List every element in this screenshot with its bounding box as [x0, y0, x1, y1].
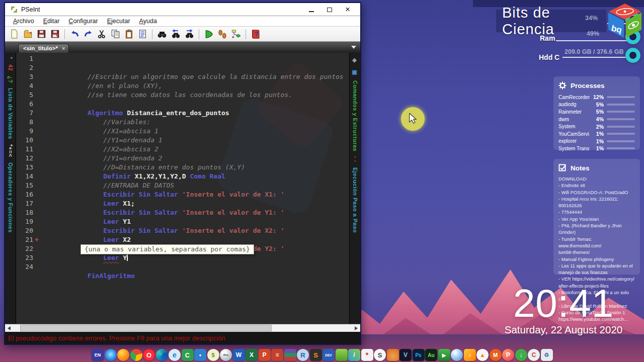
horizontal-scrollbar[interactable]	[5, 324, 360, 332]
winrar[interactable]	[284, 349, 296, 361]
copy-icon[interactable]	[109, 28, 121, 40]
code-line[interactable]: 23 FinAlgoritmo	[16, 253, 349, 262]
redo-icon[interactable]	[82, 28, 94, 40]
premiere-v[interactable]: V	[399, 349, 412, 361]
google-earth[interactable]: Pro	[220, 349, 232, 361]
code-line[interactable]: 1 //Escribir un algoritmo que calcule la…	[16, 54, 349, 63]
save-all-icon[interactable]	[49, 28, 61, 40]
code-line[interactable]: 24	[16, 262, 349, 272]
script-s-app[interactable]: S	[374, 349, 386, 361]
scroll-left-icon[interactable]	[5, 324, 13, 332]
vlc[interactable]: ▲	[476, 349, 489, 361]
design-tool[interactable]: /	[348, 349, 360, 361]
right-rail-tab[interactable]: · ·	[352, 156, 358, 162]
undo-icon[interactable]	[68, 28, 80, 40]
tab-list-dropdown-icon[interactable]	[351, 46, 356, 49]
code-editor[interactable]: 1 //Escribir un algoritmo que calcule la…	[16, 53, 349, 324]
code-line[interactable]: 20 Escribir Sin Saltar 'Inserte el valor…	[16, 226, 349, 235]
run-step-icon[interactable]	[216, 28, 228, 40]
find-icon[interactable]	[156, 28, 168, 40]
camera-app[interactable]: ●	[194, 349, 206, 361]
error-marker	[33, 253, 40, 262]
right-rail-tab[interactable]: ◆	[352, 57, 358, 64]
right-rail-tab[interactable]: Comandos y Estructuras	[352, 80, 358, 151]
note-line: - 77544444	[558, 209, 635, 216]
left-rail-tab[interactable]: 42	[8, 64, 14, 71]
taskbar-dock: EN O e C ● $ Pro W X P ≡ R S DEV / * S	[92, 349, 553, 361]
menu-ayuda[interactable]: Ayuda	[135, 17, 161, 26]
line-number: 22	[16, 244, 33, 253]
right-rail-tab[interactable]: Ejecución Paso a Paso	[352, 167, 358, 233]
open-file-icon[interactable]	[22, 28, 34, 40]
excel[interactable]: X	[246, 349, 258, 361]
line-number: 6	[16, 100, 33, 109]
pseint-window: PSeInt × ArchivoEditarConfigurarEjecutar…	[4, 2, 361, 345]
maximize-button[interactable]	[322, 6, 337, 14]
audition[interactable]: Au	[425, 349, 437, 361]
tab-close-icon[interactable]: ×	[62, 45, 65, 51]
music-app[interactable]: ♪	[464, 349, 476, 361]
process-name: System	[558, 124, 590, 129]
run-icon[interactable]	[203, 28, 215, 40]
powerpoint[interactable]: P	[259, 349, 271, 361]
tab-sin-titulo[interactable]: <sin_titulo>* ×	[18, 44, 69, 53]
office-doc[interactable]: ≡	[271, 349, 283, 361]
hand-tool-app[interactable]	[387, 349, 399, 361]
code-line[interactable]: 21 + Leer Y	[16, 235, 349, 244]
ram-line	[556, 40, 629, 41]
ccleaner[interactable]: C	[528, 349, 540, 361]
green-edit-app[interactable]	[336, 349, 348, 361]
opera[interactable]: O	[143, 349, 155, 361]
shareit[interactable]	[105, 349, 117, 361]
photoshop[interactable]: Ps	[413, 349, 425, 361]
m-cloud-app[interactable]: M	[490, 349, 502, 361]
find-previous-icon[interactable]	[170, 28, 182, 40]
chrome[interactable]	[130, 349, 142, 361]
left-rail-tab[interactable]: Operadores y Funciones	[8, 162, 14, 233]
cut-icon[interactable]	[96, 28, 108, 40]
chem-app[interactable]: *	[361, 349, 373, 361]
format-list-icon[interactable]	[136, 28, 148, 40]
finance-app[interactable]: $	[207, 349, 219, 361]
word[interactable]: W	[233, 349, 245, 361]
menu-archivo[interactable]: Archivo	[9, 17, 38, 26]
scrollbar-track[interactable]	[13, 324, 352, 332]
draw-flowchart-icon[interactable]	[230, 28, 242, 40]
s-dark-app[interactable]: S	[310, 349, 322, 361]
close-button[interactable]: ×	[340, 5, 355, 15]
window-title: PSeInt	[21, 6, 40, 13]
left-rail-tab[interactable]: Lista de Variables	[8, 88, 14, 139]
r-project[interactable]: R	[297, 349, 309, 361]
syntax-hint-tooltip: {una o mas variables, separadas por coma…	[80, 244, 254, 254]
internet-explorer[interactable]: e	[169, 349, 181, 361]
left-rail-tab[interactable]: ¿?	[8, 76, 14, 83]
new-file-icon[interactable]	[8, 28, 20, 40]
minimize-button[interactable]	[304, 6, 319, 14]
media-player[interactable]: ▶	[438, 349, 450, 361]
line-number: 14	[16, 172, 33, 181]
find-next-icon[interactable]	[183, 28, 195, 40]
left-rail-tab[interactable]: *	[8, 57, 14, 59]
menu-ejecutar[interactable]: Ejecutar	[103, 17, 134, 26]
paste-icon[interactable]	[123, 28, 135, 40]
idm[interactable]: ↓	[515, 349, 527, 361]
menu-configurar[interactable]: Configurar	[64, 17, 102, 26]
dev-cpp[interactable]: DEV	[323, 349, 335, 361]
globe-media-app[interactable]	[451, 349, 463, 361]
camtasia[interactable]: C	[182, 349, 194, 361]
menu-editar[interactable]: Editar	[39, 17, 64, 26]
scroll-right-icon[interactable]	[352, 324, 360, 332]
save-icon[interactable]	[35, 28, 47, 40]
checkbox-icon	[558, 164, 567, 172]
right-rail-tab[interactable]: ▣	[352, 69, 358, 76]
code-line[interactable]: 19 Leer X2	[16, 217, 349, 226]
scrollbar-thumb[interactable]	[20, 325, 272, 331]
left-rail-tab[interactable]: *+=<	[8, 144, 14, 157]
firefox[interactable]	[117, 349, 129, 361]
language-indicator[interactable]: EN	[92, 349, 104, 361]
process-row: System Trans... 1%	[558, 145, 635, 152]
picsart[interactable]: P	[502, 349, 514, 361]
recycle-bin[interactable]: ♻	[541, 349, 553, 361]
help-icon[interactable]: ?	[250, 28, 262, 40]
edge[interactable]	[156, 349, 168, 361]
